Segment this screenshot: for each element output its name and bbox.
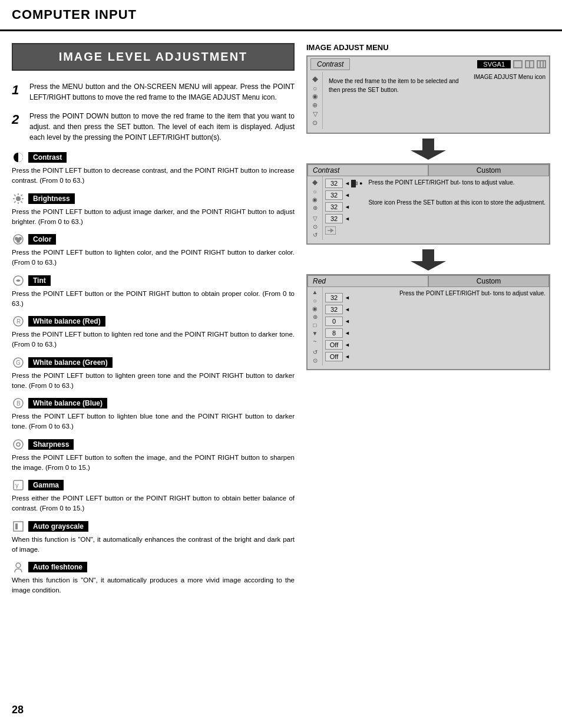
step-2-number: 2 — [12, 112, 24, 127]
wb-blue-icon: B — [12, 397, 25, 410]
svg-rect-32 — [530, 61, 533, 67]
wb-green-desc: Press the POINT LEFT button to lighten g… — [12, 371, 295, 391]
item-sharpness: Sharpness Press the POINT LEFT button to… — [12, 438, 295, 473]
step-1-number: 1 — [12, 83, 24, 98]
svg-rect-26 — [15, 523, 18, 529]
menu3-tab-left: Red — [308, 275, 428, 287]
menu1-tab-left: Contrast — [310, 58, 350, 70]
menu3-row-2: 32 ◄ — [323, 304, 396, 315]
svg-rect-37 — [422, 139, 434, 150]
left-column: IMAGE LEVEL ADJUSTMENT 1 Press the MENU … — [12, 43, 295, 602]
menu-screenshot-1: Contrast SVGA1 ◆ ☼ ◉ ⊕ ▽ ⊙ M — [306, 55, 550, 134]
wb-green-icon: G — [12, 356, 25, 369]
svg-rect-35 — [541, 61, 543, 67]
wb-red-label: White balance (Red) — [28, 316, 105, 327]
svg-rect-25 — [14, 522, 23, 531]
sharpness-label: Sharpness — [28, 439, 74, 450]
brightness-label: Brightness — [28, 193, 75, 204]
svg-line-6 — [14, 195, 16, 196]
tint-desc: Press the POINT LEFT button or the POINT… — [12, 289, 295, 309]
page-header: COMPUTER INPUT — [0, 0, 562, 31]
page-title: COMPUTER INPUT — [12, 7, 137, 22]
menu2-row-3: 32 ◄ — [323, 201, 365, 213]
item-tint: Tint Press the POINT LEFT button or the … — [12, 274, 295, 309]
menu3-tab-right: Custom — [428, 275, 549, 287]
item-contrast: Contrast Press the POINT LEFT button to … — [12, 151, 295, 186]
item-wb-red: R White balance (Red) Press the POINT LE… — [12, 315, 295, 350]
item-gamma: γ Gamma Press either the POINT LEFT butt… — [12, 479, 295, 514]
wb-blue-desc: Press the POINT LEFT button to lighten b… — [12, 411, 295, 432]
item-auto-grayscale: Auto grayscale When this function is "ON… — [12, 520, 295, 555]
auto-fleshtone-icon — [12, 561, 25, 574]
svg-text:γ: γ — [15, 482, 19, 489]
menu2-row-4: 32 ◄ — [323, 213, 365, 225]
menu2-annotation: Press the POINT LEFT/RIGHT but- tons to … — [365, 176, 549, 240]
gamma-icon: γ — [12, 479, 25, 492]
auto-grayscale-label: Auto grayscale — [28, 521, 88, 532]
image-adjust-label: IMAGE ADJUST MENU — [306, 43, 550, 52]
sharpness-icon — [12, 438, 25, 451]
auto-fleshtone-desc: When this function is "ON", it automatic… — [12, 575, 295, 596]
step-1-text: Press the MENU button and the ON-SCREEN … — [29, 81, 295, 103]
svg-marker-41 — [330, 228, 333, 233]
menu2-tab-right: Custom — [428, 164, 549, 176]
svg-line-7 — [21, 201, 23, 203]
wb-red-desc: Press the POINT LEFT button to lighten r… — [12, 330, 295, 350]
svg-text:B: B — [16, 400, 21, 407]
auto-grayscale-desc: When this function is "ON", it automatic… — [12, 535, 295, 555]
brightness-desc: Press the POINT LEFT button to adjust im… — [12, 207, 295, 228]
svg-point-1 — [16, 196, 21, 201]
gamma-label: Gamma — [28, 480, 64, 490]
item-wb-blue: B White balance (Blue) Press the POINT L… — [12, 397, 295, 432]
brightness-icon — [12, 192, 25, 205]
svg-point-13 — [16, 239, 20, 243]
svg-point-22 — [16, 443, 20, 446]
auto-fleshtone-label: Auto fleshtone — [28, 562, 87, 572]
menu2-row-1: 32 ◄ ● — [323, 177, 365, 189]
step-2: 2 Press the POINT DOWN button to move th… — [12, 111, 295, 143]
menu2-val-1: 32 — [325, 179, 343, 188]
svg-rect-42 — [422, 249, 434, 261]
sharpness-desc: Press the POINT LEFT button to soften th… — [12, 453, 295, 473]
svg-rect-29 — [514, 61, 521, 67]
tint-label: Tint — [28, 275, 51, 286]
svg-line-8 — [21, 195, 23, 196]
wb-blue-label: White balance (Blue) — [28, 398, 107, 409]
tint-icon — [12, 274, 25, 287]
svg-rect-31 — [526, 61, 529, 67]
contrast-icon — [12, 151, 25, 164]
menu3-annotation: Press the POINT LEFT/RIGHT but- tons to … — [396, 287, 549, 365]
menu3-row-5: Off ◄ — [323, 339, 396, 351]
down-arrow-2 — [306, 249, 550, 271]
menu3-row-1: 32 ◄ — [323, 292, 396, 304]
svg-rect-36 — [544, 61, 545, 67]
svg-line-9 — [14, 201, 16, 203]
color-label: Color — [28, 234, 56, 245]
wb-red-icon: R — [12, 315, 25, 328]
right-column: IMAGE ADJUST MENU Contrast SVGA1 ◆ ☼ ◉ ⊕ — [306, 43, 550, 602]
item-color: Color Press the POINT LEFT button to lig… — [12, 233, 295, 268]
section-title: IMAGE LEVEL ADJUSTMENT — [12, 43, 295, 71]
contrast-desc: Press the POINT LEFT button to decrease … — [12, 166, 295, 186]
menu1-annotation-icon: IMAGE ADJUST Menu icon — [470, 72, 549, 129]
down-arrow-1 — [306, 139, 550, 160]
svg-point-21 — [14, 440, 23, 449]
menu1-tab-right: SVGA1 — [477, 60, 511, 68]
step-1: 1 Press the MENU button and the ON-SCREE… — [12, 81, 295, 103]
menu3-row-4: 8 ◄ — [323, 327, 396, 339]
contrast-label: Contrast — [28, 152, 67, 163]
color-icon — [12, 233, 25, 246]
item-wb-green: G White balance (Green) Press the POINT … — [12, 356, 295, 391]
menu3-row-3: 0 ◄ — [323, 315, 396, 327]
color-desc: Press the POINT LEFT button to lighten c… — [12, 248, 295, 268]
auto-grayscale-icon — [12, 520, 25, 533]
step-2-text: Press the POINT DOWN button to move the … — [29, 111, 295, 143]
svg-rect-34 — [538, 61, 540, 67]
menu-screenshot-2: Contrast Custom ◆ ☼ ◉ ⊕ ▽ ⊙ ↺ 32 ◄ — [306, 163, 550, 245]
menu1-annotation-move: Move the red frame to the item to be sel… — [329, 77, 464, 94]
menu2-row-2: 32 ◄ — [323, 189, 365, 201]
svg-text:R: R — [16, 318, 21, 325]
menu-screenshot-3: Red Custom ▲ ☼ ◉ ⊕ □ ▼ ~ ↺ ⊙ — [306, 274, 550, 370]
menu2-store-area — [323, 225, 365, 236]
menu2-tab-left: Contrast — [308, 164, 428, 176]
